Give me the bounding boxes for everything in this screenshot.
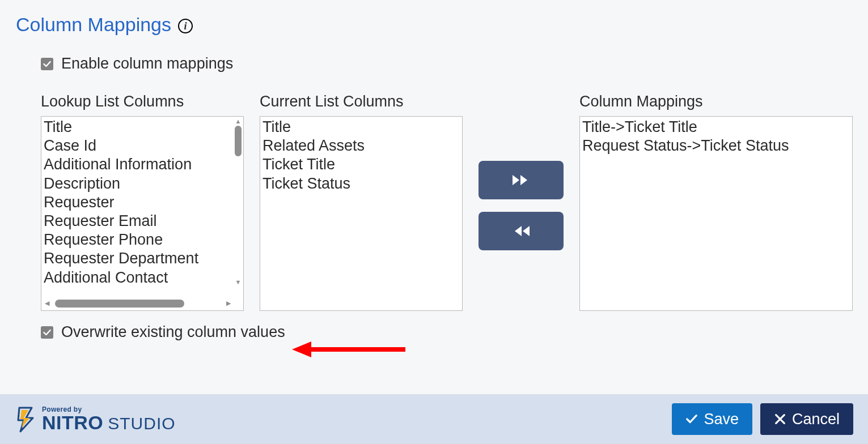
list-item[interactable]: Additional Contact: [44, 268, 241, 287]
svg-marker-1: [292, 341, 311, 357]
list-item[interactable]: Requester: [44, 193, 241, 212]
lookup-column-group: Lookup List Columns TitleCase IdAddition…: [41, 93, 244, 311]
list-item[interactable]: Ticket Title: [262, 155, 460, 174]
overwrite-values-label: Overwrite existing column values: [61, 323, 285, 341]
backward-icon: [511, 224, 531, 238]
current-listbox[interactable]: TitleRelated AssetsTicket TitleTicket St…: [260, 116, 463, 311]
section-title: Column Mappings i: [16, 14, 852, 36]
forward-icon: [511, 173, 531, 187]
info-icon[interactable]: i: [178, 19, 193, 33]
enable-mappings-row: Enable column mappings: [41, 55, 852, 72]
nitro-studio-logo: Powered by NITRO STUDIO: [15, 405, 176, 433]
check-icon: [685, 413, 698, 425]
check-icon: [43, 328, 52, 337]
close-icon: [774, 413, 786, 425]
overwrite-values-checkbox[interactable]: [41, 326, 53, 339]
mappings-list-label: Column Mappings: [579, 93, 853, 110]
lookup-list-label: Lookup List Columns: [41, 93, 244, 110]
mappings-listbox[interactable]: Title->Ticket TitleRequest Status->Ticke…: [579, 116, 853, 311]
list-item[interactable]: Requester Email: [44, 212, 241, 230]
list-item[interactable]: Requester Department: [44, 249, 241, 268]
scroll-up-icon[interactable]: ▲: [234, 118, 242, 126]
save-button-label: Save: [704, 411, 739, 428]
lookup-vertical-scrollbar[interactable]: ▲ ▼: [234, 118, 242, 287]
list-item[interactable]: Requester Phone: [44, 230, 241, 249]
current-list-label: Current List Columns: [260, 93, 463, 110]
columns-area: Lookup List Columns TitleCase IdAddition…: [41, 93, 852, 311]
save-button[interactable]: Save: [672, 403, 752, 435]
list-item[interactable]: Title: [262, 118, 460, 136]
list-item[interactable]: Case Id: [44, 136, 241, 155]
section-title-text: Column Mappings: [16, 14, 171, 36]
list-item[interactable]: Title: [44, 118, 241, 136]
logo-studio-text: STUDIO: [108, 415, 175, 432]
scroll-left-icon[interactable]: ◀: [43, 300, 52, 308]
add-mapping-button[interactable]: [479, 161, 564, 199]
logo-icon: [15, 405, 37, 433]
list-item[interactable]: Related Assets: [262, 136, 460, 155]
lookup-listbox[interactable]: TitleCase IdAdditional InformationDescri…: [41, 116, 244, 311]
check-icon: [43, 59, 52, 69]
current-column-group: Current List Columns TitleRelated Assets…: [260, 93, 463, 311]
scrollbar-thumb[interactable]: [55, 300, 184, 308]
scroll-down-icon[interactable]: ▼: [234, 279, 242, 287]
move-buttons: [479, 161, 564, 250]
list-item[interactable]: Request Status->Ticket Status: [582, 136, 850, 155]
footer: Powered by NITRO STUDIO Save Cancel: [0, 394, 868, 444]
list-item[interactable]: Description: [44, 174, 241, 193]
lookup-horizontal-scrollbar[interactable]: ◀ ▶: [43, 299, 233, 308]
list-item[interactable]: Title->Ticket Title: [582, 118, 850, 136]
cancel-button[interactable]: Cancel: [760, 403, 853, 435]
mappings-column-group: Column Mappings Title->Ticket TitleReque…: [579, 93, 853, 311]
logo-nitro-text: NITRO: [42, 413, 103, 432]
cancel-button-label: Cancel: [792, 411, 840, 428]
list-item[interactable]: Additional Information: [44, 155, 241, 174]
enable-mappings-label: Enable column mappings: [61, 55, 233, 72]
annotation-arrow: [292, 338, 405, 361]
scroll-right-icon[interactable]: ▶: [224, 300, 233, 308]
overwrite-values-row: Overwrite existing column values: [41, 323, 852, 341]
enable-mappings-checkbox[interactable]: [41, 58, 53, 70]
footer-buttons: Save Cancel: [672, 403, 853, 435]
scrollbar-thumb[interactable]: [235, 126, 242, 156]
list-item[interactable]: Ticket Status: [262, 174, 460, 193]
remove-mapping-button[interactable]: [479, 212, 564, 250]
